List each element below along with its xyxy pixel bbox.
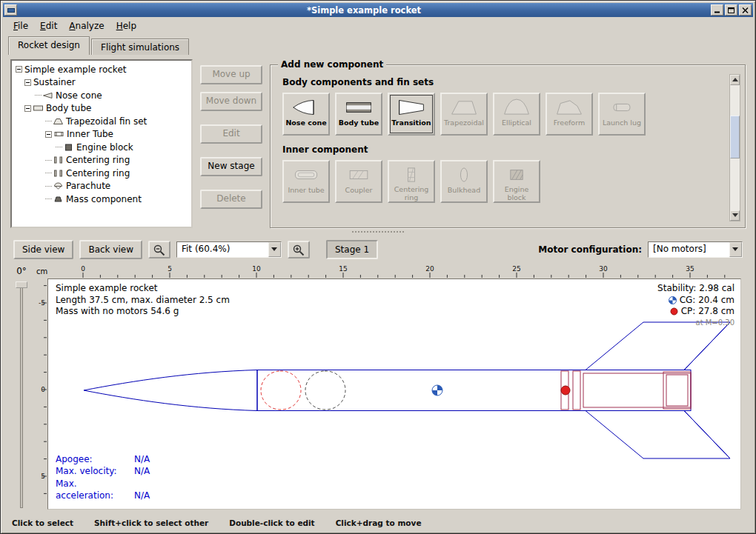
maximize-icon	[728, 7, 735, 13]
zoom-in-button[interactable]	[288, 241, 310, 258]
tab-rocket-design[interactable]: Rocket design	[8, 36, 90, 55]
tree-item-inner-tube[interactable]: Inner Tube	[13, 128, 190, 141]
rotation-control: 0°	[9, 265, 34, 514]
body-components-label: Body components and fin sets	[282, 77, 720, 87]
add-inner-tube-button[interactable]: Inner tube	[282, 160, 330, 203]
nose-cone-icon	[43, 92, 53, 99]
hint-click-drag: Click+drag to move	[336, 518, 422, 527]
fin-set-icon	[53, 118, 63, 125]
splitter-handle[interactable]	[3, 228, 753, 236]
tree-item-label: Parachute	[66, 181, 110, 191]
close-button[interactable]	[739, 4, 752, 16]
add-elliptical-fin-button[interactable]: Elliptical	[493, 93, 540, 136]
tree-item-trapezoidal-fin-set[interactable]: Trapezoidal fin set	[13, 115, 190, 128]
rocket-drawing-area[interactable]: Simple example rocket Length 37.5 cm, ma…	[47, 278, 741, 510]
tree-item-nose-cone[interactable]: Nose cone	[13, 89, 190, 102]
app-window: *Simple example rocket File Edit Analyze…	[0, 0, 756, 534]
max-acceleration-row: Max. acceleration:N/A	[56, 478, 150, 501]
centering-ring-icon	[53, 156, 63, 164]
side-view-button[interactable]: Side view	[13, 240, 73, 259]
fin-set-shape[interactable]	[586, 322, 730, 458]
zoom-in-icon	[292, 244, 305, 256]
menu-analyze[interactable]: Analyze	[63, 19, 110, 33]
mass-component-shape[interactable]	[305, 371, 345, 410]
scrollbar-thumb[interactable]	[730, 116, 740, 158]
scroll-up-button[interactable]	[730, 75, 740, 85]
motor-configuration-value: [No motors]	[649, 242, 729, 257]
add-bulkhead-button[interactable]: Bulkhead	[440, 160, 488, 203]
menu-help[interactable]: Help	[110, 19, 142, 33]
component-panel-scrollbar[interactable]	[729, 74, 740, 221]
tree-item-body-tube[interactable]: Body tube	[13, 102, 190, 116]
tree-item-engine-block[interactable]: Engine block	[13, 141, 190, 154]
tree-branch-line	[45, 173, 52, 173]
add-launch-lug-button[interactable]: Launch lug	[598, 93, 646, 136]
tree-item-sustainer[interactable]: Sustainer	[13, 76, 190, 90]
collapse-icon[interactable]	[16, 66, 22, 73]
delete-button[interactable]: Delete	[200, 190, 262, 209]
apogee-row: Apogee:N/A	[56, 453, 150, 465]
menu-file[interactable]: File	[7, 19, 34, 33]
cg-value: CG: 20.4 cm	[680, 295, 735, 307]
tree-item-centering-ring-2[interactable]: Centering ring	[13, 167, 190, 180]
zoom-out-button[interactable]	[148, 241, 170, 258]
tree-item-label: Sustainer	[33, 77, 76, 87]
motor-dropdown-button[interactable]	[729, 242, 742, 257]
new-stage-button[interactable]: New stage	[200, 157, 262, 176]
zoom-dropdown-button[interactable]	[268, 242, 281, 257]
app-icon	[7, 7, 15, 13]
elliptical-fin-icon	[502, 97, 531, 118]
tree-branch-line	[45, 121, 52, 121]
tree-item-centering-ring-1[interactable]: Centering ring	[13, 154, 190, 167]
menubar: File Edit Analyze Help	[3, 17, 753, 34]
h-ruler-label: 0	[81, 265, 85, 273]
add-centering-ring-button[interactable]: Centering ring	[388, 160, 435, 203]
motor-configuration-select[interactable]: [No motors]	[648, 241, 743, 258]
add-engine-block-button[interactable]: Engine block	[493, 160, 540, 203]
engine-block-shape[interactable]	[663, 372, 691, 409]
collapse-icon[interactable]	[45, 131, 52, 138]
add-body-tube-button[interactable]: Body tube	[335, 93, 382, 136]
menu-edit[interactable]: Edit	[34, 19, 63, 33]
rotation-slider[interactable]	[15, 278, 28, 508]
cp-legend-icon	[670, 307, 678, 316]
edit-button[interactable]: Edit	[200, 124, 262, 144]
tree-item-parachute[interactable]: Parachute	[13, 180, 190, 193]
collapse-icon[interactable]	[24, 79, 31, 86]
tree-branch-line	[56, 147, 62, 147]
trapezoidal-fin-icon	[449, 97, 479, 118]
tree-item-label: Trapezoidal fin set	[66, 116, 147, 127]
max-velocity-row: Max. velocity:N/A	[56, 465, 150, 477]
tree-branch-line	[45, 198, 52, 199]
scroll-down-button[interactable]	[730, 210, 740, 221]
collapse-icon[interactable]	[24, 105, 31, 112]
zoom-select[interactable]: Fit (60.4%)	[176, 241, 282, 258]
nose-cone-shape[interactable]	[84, 370, 257, 411]
move-up-button[interactable]: Move up	[200, 65, 262, 84]
parachute-shape[interactable]	[261, 371, 301, 410]
tree-item-mass-component[interactable]: Mass component	[13, 193, 190, 206]
add-transition-button[interactable]: Transition	[388, 93, 435, 136]
add-freeform-fin-button[interactable]: Freeform	[546, 93, 593, 136]
add-trapezoidal-fin-button[interactable]: Trapezoidal	[440, 93, 488, 136]
scrollbar-track[interactable]	[730, 85, 740, 210]
body-tube-shape[interactable]	[257, 370, 691, 411]
window-menu-button[interactable]	[4, 4, 17, 16]
move-down-button[interactable]: Move down	[200, 92, 262, 111]
back-view-button[interactable]: Back view	[79, 240, 142, 259]
maximize-button[interactable]	[725, 4, 737, 16]
add-coupler-button[interactable]: Coupler	[335, 160, 382, 203]
add-nose-cone-button[interactable]: Nose cone	[282, 93, 330, 136]
tab-flight-simulations[interactable]: Flight simulations	[91, 39, 189, 55]
tree-item-rocket[interactable]: Simple example rocket	[13, 63, 190, 76]
splitter-dots	[352, 231, 404, 233]
rotation-slider-track[interactable]	[20, 285, 23, 508]
statusbar: Click to select Shift+click to select ot…	[3, 514, 753, 531]
minimize-button[interactable]	[711, 4, 723, 16]
rotation-slider-thumb[interactable]	[16, 281, 27, 288]
canvas-region: 0° cm 0 5 10 15 20 25 30 35 -5 0 5	[3, 264, 753, 514]
stage-1-toggle[interactable]: Stage 1	[326, 240, 378, 259]
launch-lug-icon	[607, 97, 637, 118]
inner-tube-shape[interactable]	[583, 373, 691, 407]
body-components-row: Nose cone Body tube Transition Trapezoid…	[282, 93, 720, 136]
